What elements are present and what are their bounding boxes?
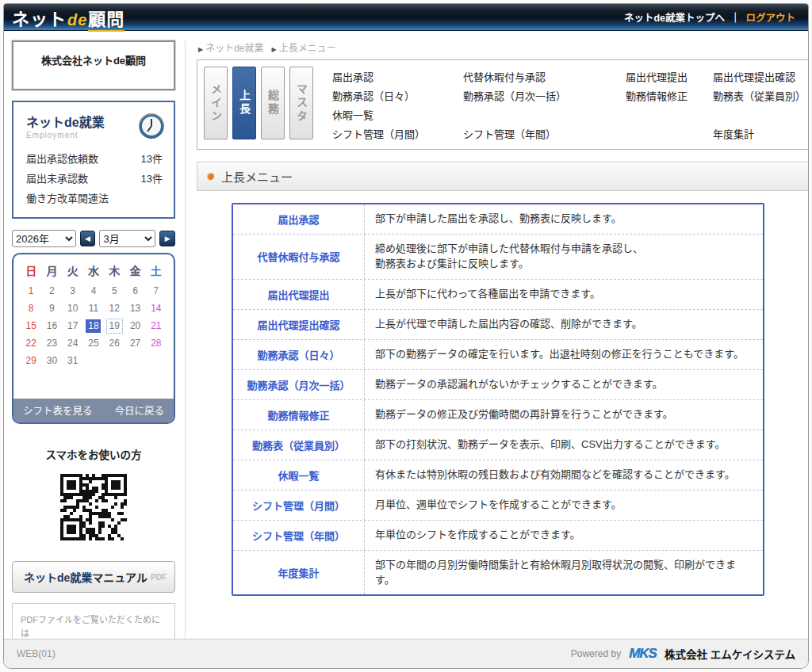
quick-menu-link[interactable]: 年度集計 [713, 126, 806, 141]
quick-menu-link[interactable]: シフト管理（月間） [332, 126, 463, 141]
quick-menu-link[interactable]: 勤務情報修正 [626, 88, 713, 103]
employment-stat-row[interactable]: 働き方改革関連法 [26, 188, 163, 208]
qr-wrap [12, 474, 175, 540]
table-row: シフト管理（月間）月単位、週単位でシフトを作成することができます。 [233, 490, 763, 520]
calendar-day[interactable]: 15 [24, 319, 39, 333]
menu-link[interactable]: 勤務承認（月次一括） [233, 370, 365, 399]
calendar-day[interactable]: 29 [24, 354, 39, 368]
company-name: 株式会社ネットde顧問 [41, 55, 146, 67]
quick-menu-link[interactable]: 勤務表（従業員別） [713, 88, 806, 103]
calendar-day[interactable]: 6 [128, 284, 143, 298]
table-row: 届出承認部下が申請した届出を承認し、勤務表に反映します。 [233, 204, 763, 234]
menu-link[interactable]: 休暇一覧 [233, 460, 365, 490]
calendar-day[interactable]: 25 [86, 337, 101, 350]
top-page-link[interactable]: ネットde就業トップへ [624, 10, 725, 25]
calendar: 日月火水木金土 12345678910111213141516171819202… [12, 253, 175, 424]
stat-label: 働き方改革関連法 [26, 190, 109, 205]
menu-description: 部下の勤務データの確定を行います。出退社時刻の修正を行うこともできます。 [365, 340, 763, 369]
calendar-day[interactable]: 1 [24, 284, 39, 298]
menu-link[interactable]: 代替休暇付与承認 [233, 235, 365, 279]
menu-link[interactable]: 勤務表（従業員別） [233, 430, 365, 460]
menu-description: 締め処理後に部下が申請した代替休暇付与申請を承認し、 勤務表および集計に反映しま… [365, 235, 763, 279]
year-select[interactable]: 2026年 [12, 230, 76, 247]
weekday-label: 月 [41, 262, 62, 278]
calendar-day[interactable]: 7 [148, 284, 163, 298]
calendar-day[interactable]: 14 [148, 302, 163, 315]
calendar-day[interactable]: 11 [86, 302, 101, 315]
menu-link[interactable]: 勤務承認（日々） [233, 340, 365, 369]
table-row: 勤務表（従業員別）部下の打刻状況、勤務データを表示、印刷、CSV出力することがで… [233, 430, 763, 460]
main-content: ▶ネットde就業 ▶上長メニュー メイン上長総務マスタ 届出承認代替休暇付与承認… [185, 40, 808, 639]
menu-link[interactable]: 届出承認 [233, 204, 365, 234]
calendar-day[interactable]: 16 [44, 319, 59, 333]
section-header: 上長メニュー [197, 162, 808, 191]
quick-menu-link[interactable]: 勤務承認（月次一括） [463, 88, 626, 103]
weekday-label: 木 [104, 262, 124, 278]
breadcrumb-home[interactable]: ネットde就業 [205, 43, 263, 54]
logout-link[interactable]: ログアウト [745, 10, 795, 25]
employment-stat-row[interactable]: 届出未承認数13件 [26, 168, 163, 188]
calendar-day[interactable]: 30 [44, 354, 59, 368]
calendar-day[interactable]: 26 [107, 337, 122, 350]
quick-menu: 届出承認代替休暇付与承認届出代理提出届出代理提出確認勤務承認（日々）勤務承認（月… [321, 67, 806, 143]
back-to-today-link[interactable]: 今日に戻る [114, 403, 164, 418]
tab-上長[interactable]: 上長 [232, 67, 256, 139]
calendar-day[interactable]: 5 [107, 284, 122, 298]
employment-stats: 届出承認依頼数13件届出未承認数13件働き方改革関連法 [13, 145, 174, 217]
calendar-day[interactable]: 8 [24, 302, 39, 315]
manual-button[interactable]: ネットde就業マニュアル PDF [12, 561, 175, 593]
calendar-day[interactable]: 13 [128, 302, 143, 315]
employment-stat-row[interactable]: 届出承認依頼数13件 [26, 148, 163, 168]
quick-menu-link[interactable]: 代替休暇付与承認 [463, 69, 626, 84]
manual-label: ネットde就業マニュアル [24, 569, 147, 585]
calendar-day[interactable]: 3 [65, 284, 80, 298]
body-area: 株式会社ネットde顧問 ネットde就業 Employment [4, 31, 808, 639]
month-select[interactable]: 3月 [99, 230, 155, 247]
calendar-day[interactable]: 2 [44, 284, 59, 298]
menu-link[interactable]: 届出代理提出 [233, 280, 365, 309]
table-row: 届出代理提出上長が部下に代わって各種届出を申請できます。 [233, 279, 763, 309]
calendar-day[interactable]: 22 [24, 337, 39, 350]
prev-month-button[interactable]: ◀ [80, 231, 96, 246]
menu-description: 部下の打刻状況、勤務データを表示、印刷、CSV出力することができます。 [365, 430, 763, 460]
quick-menu-link[interactable]: 届出承認 [332, 69, 463, 84]
calendar-day[interactable]: 18 [86, 319, 101, 333]
calendar-day[interactable]: 4 [86, 284, 101, 298]
next-month-button[interactable]: ▶ [159, 231, 175, 246]
calendar-day[interactable]: 31 [65, 354, 80, 368]
tab-マスタ[interactable]: マスタ [289, 67, 313, 139]
calendar-day[interactable]: 12 [107, 302, 122, 315]
calendar-day[interactable]: 9 [44, 302, 59, 315]
quick-menu-link[interactable]: 届出代理提出 [626, 69, 713, 84]
quick-menu-link[interactable]: シフト管理（年間） [463, 126, 626, 141]
empty-day-cell [83, 354, 104, 368]
calendar-day[interactable]: 28 [148, 337, 163, 350]
employment-title[interactable]: ネットde就業 [26, 112, 105, 131]
menu-link[interactable]: シフト管理（年間） [233, 521, 365, 550]
calendar-day[interactable]: 10 [65, 302, 80, 315]
calendar-day[interactable]: 17 [65, 319, 80, 333]
quick-menu-link[interactable]: 休暇一覧 [332, 107, 463, 122]
qr-code [60, 474, 127, 540]
tab-総務[interactable]: 総務 [261, 67, 285, 139]
menu-link[interactable]: 届出代理提出確認 [233, 310, 365, 339]
quick-menu-link[interactable]: 届出代理提出確認 [713, 69, 806, 84]
view-shift-table-link[interactable]: シフト表を見る [23, 403, 93, 418]
calendar-day[interactable]: 27 [128, 337, 143, 350]
menu-link[interactable]: 年度集計 [233, 551, 365, 595]
adobe-note: PDFファイルをご覧いただくためには Adobe Readerが必要です。 [21, 613, 167, 639]
calendar-day[interactable]: 20 [128, 319, 143, 333]
menu-description: 部下の年間の月別労働時間集計と有給休暇月別取得状況の閲覧、印刷ができます。 [365, 551, 763, 595]
menu-link[interactable]: 勤務情報修正 [233, 400, 365, 430]
employment-box: ネットde就業 Employment 届出承認依頼数13件届出未承認数13件働き… [12, 101, 175, 219]
quick-menu-link[interactable]: 勤務承認（日々） [332, 88, 463, 103]
logo-part3: 顧問 [88, 10, 124, 32]
menu-link[interactable]: シフト管理（月間） [233, 491, 365, 520]
calendar-footer: シフト表を見る 今日に戻る [13, 399, 174, 422]
calendar-day[interactable]: 21 [148, 319, 163, 333]
tab-メイン[interactable]: メイン [204, 67, 228, 139]
calendar-day[interactable]: 19 [107, 319, 122, 333]
menu-description: 月単位、週単位でシフトを作成することができます。 [365, 491, 763, 520]
calendar-day[interactable]: 23 [44, 337, 59, 350]
calendar-day[interactable]: 24 [65, 337, 80, 350]
